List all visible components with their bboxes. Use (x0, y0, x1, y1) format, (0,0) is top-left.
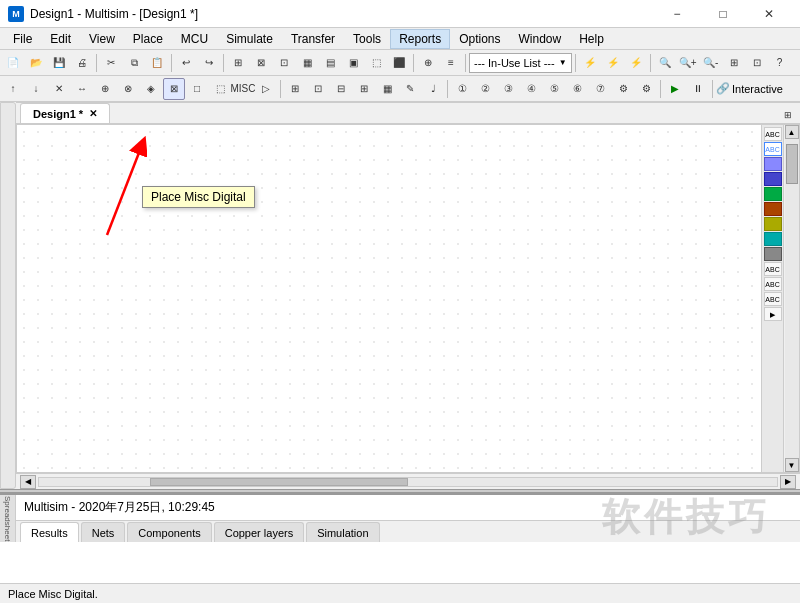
palette-btn-8[interactable] (764, 232, 782, 246)
palette-btn-4[interactable] (764, 172, 782, 186)
tb2-btn-c[interactable]: ✕ (48, 78, 70, 100)
tb-btn-f[interactable]: ▣ (342, 52, 364, 74)
copy-button[interactable]: ⧉ (123, 52, 145, 74)
palette-btn-3[interactable] (764, 157, 782, 171)
palette-btn-1[interactable]: ABC (764, 127, 782, 141)
maximize-button[interactable]: □ (700, 0, 746, 28)
tb2-btn-t[interactable]: ② (474, 78, 496, 100)
tb2-btn-j[interactable]: ⬚ (209, 78, 231, 100)
v-scrollbar[interactable]: ▲ ▼ (783, 125, 799, 472)
design1-tab-close[interactable]: ✕ (89, 108, 97, 119)
zoom-100-button[interactable]: ⊡ (746, 52, 768, 74)
tab-copper-layers[interactable]: Copper layers (214, 522, 304, 542)
tb2-btn-l[interactable]: ⊞ (284, 78, 306, 100)
cut-button[interactable]: ✂ (100, 52, 122, 74)
tb2-btn-n[interactable]: ⊟ (330, 78, 352, 100)
minimize-button[interactable]: − (654, 0, 700, 28)
menu-place[interactable]: Place (124, 29, 172, 49)
help-button[interactable]: ? (769, 52, 791, 74)
tb2-btn-g[interactable]: ◈ (140, 78, 162, 100)
zoom-in-button[interactable]: 🔍+ (677, 52, 699, 74)
tb2-btn-f[interactable]: ⊗ (117, 78, 139, 100)
tab-simulation[interactable]: Simulation (306, 522, 379, 542)
tb2-btn-s[interactable]: ① (451, 78, 473, 100)
search-button[interactable]: 🔍 (654, 52, 676, 74)
spreadsheet-tab[interactable] (0, 102, 16, 489)
tb2-btn-x[interactable]: ⑥ (566, 78, 588, 100)
menu-help[interactable]: Help (570, 29, 613, 49)
palette-btn-10[interactable]: ABC (764, 262, 782, 276)
tb2-btn-m[interactable]: ⊡ (307, 78, 329, 100)
tb2-btn-q[interactable]: ✎ (399, 78, 421, 100)
tb2-btn-h[interactable]: ⊠ (163, 78, 185, 100)
menu-view[interactable]: View (80, 29, 124, 49)
tab-nets[interactable]: Nets (81, 522, 126, 542)
menu-transfer[interactable]: Transfer (282, 29, 344, 49)
new-button[interactable]: 📄 (2, 52, 24, 74)
palette-btn-9[interactable] (764, 247, 782, 261)
close-button[interactable]: ✕ (746, 0, 792, 28)
scroll-down-button[interactable]: ▼ (785, 458, 799, 472)
menu-mcu[interactable]: MCU (172, 29, 217, 49)
canvas-area[interactable]: ▲ ▼ ABC ABC (16, 124, 800, 473)
run-button[interactable]: ▶ (664, 78, 686, 100)
zoom-fit-button[interactable]: ⊞ (723, 52, 745, 74)
scroll-thumb-h[interactable] (150, 478, 408, 486)
scroll-up-button[interactable]: ▲ (785, 125, 799, 139)
menu-tools[interactable]: Tools (344, 29, 390, 49)
menu-edit[interactable]: Edit (41, 29, 80, 49)
palette-btn-6[interactable] (764, 202, 782, 216)
tb2-btn-z[interactable]: ⚙ (612, 78, 634, 100)
tb-btn-l[interactable]: ⚡ (602, 52, 624, 74)
tb-btn-g[interactable]: ⬚ (365, 52, 387, 74)
palette-btn-2[interactable]: ABC (764, 142, 782, 156)
tb2-btn-a[interactable]: ↑ (2, 78, 24, 100)
tb2-btn-o[interactable]: ⊞ (353, 78, 375, 100)
undo-button[interactable]: ↩ (175, 52, 197, 74)
scroll-thumb-v[interactable] (786, 144, 798, 184)
tb2-btn-v[interactable]: ④ (520, 78, 542, 100)
in-use-list[interactable]: --- In-Use List --- (469, 53, 572, 73)
palette-btn-12[interactable]: ABC (764, 292, 782, 306)
tb-btn-m[interactable]: ⚡ (625, 52, 647, 74)
tb2-btn-d[interactable]: ↔ (71, 78, 93, 100)
pause-button[interactable]: ⏸ (687, 78, 709, 100)
tb-btn-c[interactable]: ⊡ (273, 52, 295, 74)
palette-btn-5[interactable] (764, 187, 782, 201)
tb-btn-k[interactable]: ⚡ (579, 52, 601, 74)
tb-btn-h[interactable]: ⬛ (388, 52, 410, 74)
redo-button[interactable]: ↪ (198, 52, 220, 74)
paste-button[interactable]: 📋 (146, 52, 168, 74)
scroll-right-button[interactable]: ▶ (780, 475, 796, 489)
tb-btn-a[interactable]: ⊞ (227, 52, 249, 74)
tb-btn-b[interactable]: ⊠ (250, 52, 272, 74)
menu-file[interactable]: File (4, 29, 41, 49)
print-button[interactable]: 🖨 (71, 52, 93, 74)
tb-btn-i[interactable]: ⊕ (417, 52, 439, 74)
tab-components[interactable]: Components (127, 522, 211, 542)
tb2-btn-e[interactable]: ⊕ (94, 78, 116, 100)
save-button[interactable]: 💾 (48, 52, 70, 74)
h-scrollbar[interactable]: ◀ ▶ (16, 473, 800, 489)
tb-btn-j[interactable]: ≡ (440, 52, 462, 74)
menu-window[interactable]: Window (510, 29, 571, 49)
tab-options-button[interactable]: ⊞ (780, 107, 796, 123)
tb2-btn-misc[interactable]: MISC (232, 78, 254, 100)
tb-btn-d[interactable]: ▦ (296, 52, 318, 74)
scroll-left-button[interactable]: ◀ (20, 475, 36, 489)
tb2-btn-w[interactable]: ⑤ (543, 78, 565, 100)
tb2-btn-i[interactable]: □ (186, 78, 208, 100)
tb2-btn-p[interactable]: ▦ (376, 78, 398, 100)
tb2-btn-u[interactable]: ③ (497, 78, 519, 100)
spreadsheet-side-tab[interactable]: Spreadsheet (0, 495, 16, 542)
menu-options[interactable]: Options (450, 29, 509, 49)
open-button[interactable]: 📂 (25, 52, 47, 74)
tb2-btn-aa[interactable]: ⚙ (635, 78, 657, 100)
tb2-btn-y[interactable]: ⑦ (589, 78, 611, 100)
palette-btn-7[interactable] (764, 217, 782, 231)
menu-simulate[interactable]: Simulate (217, 29, 282, 49)
zoom-out-button[interactable]: 🔍- (700, 52, 722, 74)
design1-tab[interactable]: Design1 * ✕ (20, 103, 110, 123)
tb2-btn-b[interactable]: ↓ (25, 78, 47, 100)
palette-btn-13[interactable]: ▶ (764, 307, 782, 321)
